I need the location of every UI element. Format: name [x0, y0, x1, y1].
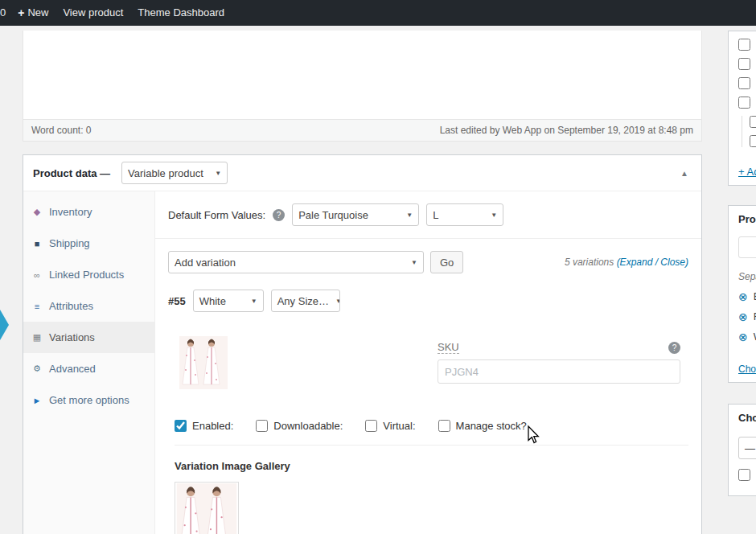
adminbar-theme-dashboard[interactable]: Theme Dashboard: [130, 0, 232, 26]
variation-color-select[interactable]: White ▼: [193, 290, 264, 312]
variation-size-select[interactable]: Any Size… ▼: [271, 290, 340, 312]
product-data-panel: Product data — Variable product ▼ ▲ ◆ In…: [23, 154, 702, 534]
tab-linked-products[interactable]: ∞ Linked Products: [23, 259, 154, 290]
default-size-value: L: [433, 209, 438, 221]
caret-down-icon: ▼: [335, 298, 340, 305]
adminbar-new-label: New: [27, 0, 48, 26]
caret-down-icon: ▼: [491, 212, 497, 219]
panel-collapse-toggle[interactable]: ▲: [677, 166, 692, 181]
categories-box: + Add: [728, 31, 756, 186]
category-checkbox[interactable]: [738, 39, 750, 51]
category-row[interactable]: [738, 77, 756, 89]
inventory-icon: ◆: [31, 207, 43, 217]
expand-close-links[interactable]: (Expand / Close): [617, 257, 688, 268]
plus-icon: +: [18, 0, 24, 26]
category-checkbox[interactable]: [738, 77, 750, 89]
enabled-checkbox-label[interactable]: Enabled:: [175, 420, 233, 432]
tab-label: Get more options: [49, 394, 129, 406]
add-category-link[interactable]: + Add: [738, 166, 756, 178]
product-data-title: Product data —: [33, 167, 110, 179]
bottom-box-select[interactable]: — N ▼: [738, 437, 756, 459]
left-edge-marker: [0, 310, 9, 340]
adminbar-new-button[interactable]: + New: [10, 0, 55, 26]
choose-tags-link[interactable]: Choos: [738, 364, 756, 375]
go-button[interactable]: Go: [430, 251, 463, 273]
bottom-box-title: Choo: [738, 412, 756, 424]
bottom-checkbox[interactable]: [738, 469, 750, 481]
downloadable-checkbox[interactable]: [256, 420, 268, 432]
tab-advanced[interactable]: ⚙ Advanced: [23, 353, 154, 384]
linked-products-icon: ∞: [31, 270, 43, 280]
add-variation-select[interactable]: Add variation ▼: [168, 251, 424, 273]
adminbar-count[interactable]: 0: [0, 0, 10, 26]
editor-body[interactable]: [23, 31, 701, 119]
tab-get-more-options[interactable]: ► Get more options: [23, 384, 154, 416]
product-type-select[interactable]: Variable product ▼: [121, 162, 228, 184]
virtual-checkbox[interactable]: [365, 420, 377, 432]
remove-tag-icon[interactable]: ⊗: [738, 311, 748, 322]
default-form-values-label: Default Form Values:: [168, 209, 265, 221]
category-row[interactable]: [750, 135, 756, 147]
checkbox-label: Virtual:: [383, 420, 415, 432]
main-column: Word count: 0 Last edited by Web App on …: [23, 31, 702, 534]
category-checkbox[interactable]: [738, 97, 750, 109]
manage-stock-checkbox[interactable]: [438, 420, 450, 432]
caret-down-icon: ▼: [406, 212, 413, 219]
subcategory-group: [742, 116, 756, 147]
tab-label: Shipping: [49, 237, 90, 249]
checkbox-label: Downloadable:: [273, 420, 343, 432]
downloadable-checkbox-label[interactable]: Downloadable:: [256, 420, 343, 432]
tab-label: Advanced: [49, 363, 96, 375]
variation-product-image[interactable]: [179, 336, 228, 389]
enabled-checkbox[interactable]: [175, 420, 187, 432]
attributes-icon: ≡: [31, 302, 43, 311]
tab-label: Inventory: [49, 206, 92, 218]
category-row[interactable]: [750, 116, 756, 128]
product-tags-box: Produ Separ ⊗ Bla ⊗ Ro ⊗ Wh Choos: [728, 205, 756, 383]
category-row[interactable]: [738, 39, 756, 51]
checkbox-label: Manage stock?: [456, 420, 527, 432]
default-size-select[interactable]: L ▼: [426, 203, 503, 226]
default-color-select[interactable]: Pale Turquoise ▼: [292, 203, 419, 226]
bottom-select-value: — N: [745, 442, 756, 454]
get-more-options-icon: ►: [31, 396, 43, 405]
caret-down-icon: ▼: [251, 298, 257, 305]
tags-input[interactable]: [738, 236, 756, 258]
variation-color-value: White: [199, 295, 226, 307]
category-row[interactable]: [738, 58, 756, 70]
variations-icon: ▦: [31, 332, 43, 343]
tab-inventory[interactable]: ◆ Inventory: [23, 196, 154, 228]
remove-tag-icon[interactable]: ⊗: [738, 291, 748, 302]
tab-label: Linked Products: [49, 269, 124, 281]
variations-count: 5 variations: [565, 257, 617, 268]
category-checkbox[interactable]: [750, 135, 756, 147]
help-icon[interactable]: ?: [668, 342, 680, 354]
manage-stock-checkbox-label[interactable]: Manage stock?: [438, 420, 527, 432]
tab-label: Attributes: [49, 300, 93, 312]
sku-input[interactable]: [438, 359, 680, 384]
virtual-checkbox-label[interactable]: Virtual:: [365, 420, 415, 432]
admin-bar: 0 + New View product Theme Dashboard: [0, 0, 756, 26]
help-icon[interactable]: ?: [273, 209, 285, 221]
adminbar-view-product[interactable]: View product: [55, 0, 130, 26]
gallery-thumbnail-image[interactable]: [175, 482, 239, 534]
tab-shipping[interactable]: ■ Shipping: [23, 228, 154, 259]
default-form-values-row: Default Form Values: ? Pale Turquoise ▼ …: [155, 191, 701, 239]
variation-header-row: #55 White ▼ Any Size… ▼: [155, 281, 701, 325]
tag-item: ⊗ Ro: [738, 310, 756, 322]
category-checkbox[interactable]: [738, 58, 750, 70]
sku-field-group: SKU ?: [438, 341, 680, 384]
remove-tag-icon[interactable]: ⊗: [738, 331, 748, 343]
product-type-value: Variable product: [128, 167, 203, 179]
bottom-checkbox-row[interactable]: H: [738, 469, 756, 481]
category-checkbox[interactable]: [750, 116, 756, 128]
variations-summary: 5 variations (Expand / Close): [565, 257, 688, 268]
default-color-value: Pale Turquoise: [298, 209, 368, 221]
category-row[interactable]: [738, 97, 756, 109]
caret-down-icon: ▼: [411, 259, 417, 266]
product-data-tabs: ◆ Inventory ■ Shipping ∞ Linked Products…: [23, 191, 155, 534]
tab-attributes[interactable]: ≡ Attributes: [23, 290, 154, 322]
variations-content: Default Form Values: ? Pale Turquoise ▼ …: [155, 191, 701, 534]
collapse-icon: ▲: [680, 169, 688, 178]
tab-variations[interactable]: ▦ Variations: [23, 322, 154, 353]
